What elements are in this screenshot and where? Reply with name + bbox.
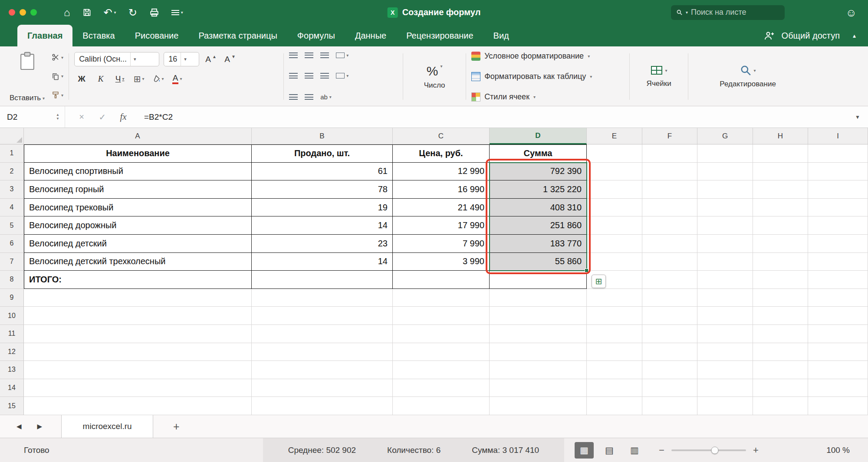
cell[interactable]: [808, 180, 868, 199]
search-input[interactable]: ▾ Поиск на листе: [671, 5, 785, 20]
cell[interactable]: [587, 325, 642, 343]
selected-cell[interactable]: 792 390: [490, 163, 587, 181]
column-header[interactable]: A: [24, 128, 252, 144]
column-header-selected[interactable]: D: [490, 128, 587, 144]
zoom-out-button[interactable]: −: [659, 445, 664, 456]
cell[interactable]: [642, 343, 697, 361]
spreadsheet-grid[interactable]: A B C D E F G H I 1 Наименование Продано…: [0, 128, 868, 415]
cell[interactable]: [587, 379, 642, 397]
table-cell[interactable]: [490, 271, 587, 289]
selected-cell[interactable]: 408 310: [490, 199, 587, 217]
table-cell[interactable]: Велосипед трековый: [24, 199, 252, 217]
merge-center-button[interactable]: ▾: [336, 52, 349, 58]
name-box[interactable]: D2 ▲▼: [0, 106, 65, 128]
cell[interactable]: [393, 379, 490, 397]
cell[interactable]: [24, 379, 252, 397]
decrease-indent-icon[interactable]: [289, 94, 298, 100]
table-cell[interactable]: Цена, руб.: [393, 144, 490, 163]
cell[interactable]: [642, 361, 697, 379]
cell[interactable]: [642, 271, 697, 289]
table-cell[interactable]: Сумма: [490, 144, 587, 163]
cell[interactable]: [490, 343, 587, 361]
cell[interactable]: [24, 289, 252, 307]
table-cell[interactable]: Велосипед спортивный: [24, 163, 252, 181]
redo-button[interactable]: ↻: [128, 7, 137, 18]
cell[interactable]: [697, 325, 753, 343]
row-header[interactable]: 4: [0, 199, 24, 217]
borders-button[interactable]: ⊞▾: [132, 72, 146, 86]
align-left-icon[interactable]: [289, 73, 298, 79]
cell[interactable]: [753, 271, 808, 289]
page-break-view-button[interactable]: ▥: [625, 442, 644, 459]
cell[interactable]: [642, 163, 697, 181]
cell[interactable]: [753, 253, 808, 271]
format-painter-button[interactable]: ▾: [52, 91, 63, 99]
percent-style-button[interactable]: %▾: [427, 64, 443, 79]
align-center-icon[interactable]: [305, 73, 313, 79]
cell[interactable]: [642, 307, 697, 325]
insert-function-button[interactable]: fx: [113, 111, 134, 122]
table-cell[interactable]: 21 490: [393, 199, 490, 217]
cell[interactable]: [697, 253, 753, 271]
cell[interactable]: [587, 163, 642, 181]
bold-button[interactable]: Ж: [74, 72, 89, 86]
table-cell[interactable]: 23: [252, 235, 393, 253]
column-header[interactable]: F: [642, 128, 697, 144]
table-cell[interactable]: 19: [252, 199, 393, 217]
cell[interactable]: [753, 144, 808, 163]
cell[interactable]: [642, 199, 697, 217]
cell[interactable]: [697, 379, 753, 397]
table-cell[interactable]: Велосипед горный: [24, 180, 252, 199]
fullscreen-button[interactable]: [30, 9, 37, 16]
cell[interactable]: [753, 235, 808, 253]
cell[interactable]: [808, 253, 868, 271]
cell[interactable]: [697, 271, 753, 289]
table-cell[interactable]: 61: [252, 163, 393, 181]
page-layout-view-button[interactable]: ▤: [600, 442, 619, 459]
row-header[interactable]: 6: [0, 235, 24, 253]
row-header[interactable]: 9: [0, 289, 24, 307]
row-header[interactable]: 11: [0, 325, 24, 343]
table-cell[interactable]: 14: [252, 216, 393, 235]
feedback-smiley-icon[interactable]: ☺: [845, 6, 857, 19]
cell[interactable]: [753, 379, 808, 397]
cell[interactable]: [753, 397, 808, 415]
font-size-select[interactable]: 16▾: [164, 52, 199, 66]
align-middle-icon[interactable]: [305, 52, 313, 58]
row-header[interactable]: 14: [0, 379, 24, 397]
cell[interactable]: [393, 307, 490, 325]
table-cell[interactable]: 78: [252, 180, 393, 199]
cell[interactable]: [252, 343, 393, 361]
cell[interactable]: [490, 289, 587, 307]
selected-cell[interactable]: 1 325 220: [490, 180, 587, 199]
tab-formuly[interactable]: Формулы: [287, 25, 345, 46]
cell[interactable]: [808, 361, 868, 379]
save-icon[interactable]: [82, 8, 92, 17]
next-sheet-icon[interactable]: ▶: [37, 423, 43, 430]
column-header[interactable]: E: [587, 128, 642, 144]
customize-toolbar-button[interactable]: ▾: [171, 10, 183, 15]
cell[interactable]: [642, 253, 697, 271]
cells-button[interactable]: ▾: [651, 65, 667, 75]
cell[interactable]: [24, 343, 252, 361]
cell[interactable]: [697, 216, 753, 235]
cell[interactable]: [393, 289, 490, 307]
cell[interactable]: [808, 163, 868, 181]
cell[interactable]: [252, 361, 393, 379]
cell[interactable]: [753, 289, 808, 307]
align-bottom-icon[interactable]: [320, 52, 329, 58]
zoom-slider-knob[interactable]: [711, 446, 718, 454]
cell[interactable]: [753, 361, 808, 379]
tab-razmetka[interactable]: Разметка страницы: [188, 25, 287, 46]
table-cell[interactable]: [393, 271, 490, 289]
cell[interactable]: [808, 235, 868, 253]
cell[interactable]: [753, 199, 808, 217]
font-color-button[interactable]: А▾: [170, 72, 184, 86]
row-header[interactable]: 3: [0, 180, 24, 199]
cell[interactable]: [753, 343, 808, 361]
enter-button[interactable]: ✓: [92, 112, 113, 122]
tab-dannye[interactable]: Данные: [345, 25, 396, 46]
cell[interactable]: [587, 361, 642, 379]
cell[interactable]: [490, 325, 587, 343]
name-box-steppers[interactable]: ▲▼: [56, 113, 59, 121]
